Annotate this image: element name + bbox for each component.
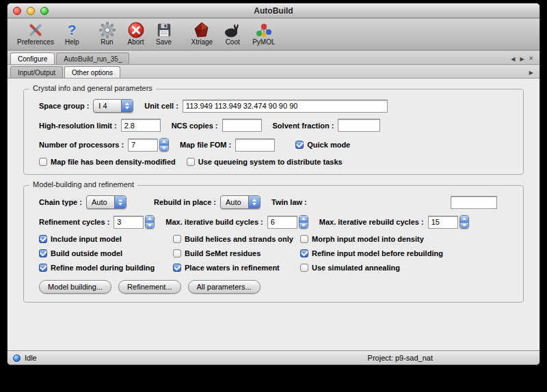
toolbar-label: Save [156,38,172,46]
stepper-up-icon[interactable] [299,216,308,223]
checkbox-label: Refine model during building [51,264,155,272]
checkbox-icon [187,158,195,166]
toolbar-label: Run [101,38,113,46]
checkbox-refine-before-rebuilding[interactable]: Refine input model before rebuilding [300,249,516,257]
checkbox-build-semet[interactable]: Build SeMet residues [173,249,300,257]
tab-scroll-right-icon[interactable]: ▶ [529,70,533,76]
solvent-fraction-label: Solvent fraction : [273,122,334,130]
checkbox-icon [300,249,308,257]
processors-input[interactable] [128,139,158,152]
toolbar: Preferences ? Help [8,18,539,51]
checkbox-simulated-annealing[interactable]: Use simulated annealing [300,264,516,272]
pymol-button[interactable]: PyMOL [247,20,280,46]
checkbox-include-input-model[interactable]: Include input model [39,235,173,243]
ncs-copies-label: NCS copies : [172,122,218,130]
all-parameters-button[interactable]: All parameters... [188,280,261,294]
run-button[interactable]: Run [93,20,122,46]
rebuild-in-place-dropdown[interactable]: Auto [220,195,261,209]
window-controls [13,7,49,15]
stepper-up-icon[interactable] [160,139,168,145]
tab-close-icon[interactable]: × [529,55,533,62]
stepper-down-icon[interactable] [299,223,308,229]
twin-law-input[interactable] [451,196,497,209]
stepper-down-icon[interactable] [460,223,468,229]
coot-bird-icon [224,20,241,39]
tab-input-output[interactable]: Input/Output [10,66,63,78]
solvent-fraction-input[interactable] [338,119,380,132]
max-build-cycles-stepper[interactable] [299,215,308,229]
tab-configure[interactable]: Configure [10,53,55,64]
title-bar[interactable]: AutoBuild [8,3,539,18]
unit-cell-input[interactable] [183,100,388,113]
ncs-copies-input[interactable] [222,119,262,132]
max-rebuild-cycles-stepper[interactable] [459,215,469,229]
form-row: Refinement cycles : Max. iterative build… [39,215,516,229]
high-res-input[interactable] [121,119,161,132]
processors-label: Number of processors : [39,141,124,149]
checkbox-icon [173,264,181,272]
checkbox-label: Refine input model before rebuilding [312,249,443,257]
checkbox-density-modified[interactable]: Map file has been density-modified [39,158,176,166]
stepper-up-icon[interactable] [460,216,468,223]
max-build-cycles-label: Max. iterative build cycles : [165,218,263,226]
preferences-button[interactable]: Preferences [12,20,59,46]
max-build-cycles-input[interactable] [267,216,297,229]
checkbox-morph-input-model[interactable]: Morph input model into density [300,235,516,243]
toolbar-label: Help [65,38,79,46]
refinement-cycles-stepper[interactable] [145,215,155,229]
form-row: Chain type : Auto Rebuild in place : Aut… [39,195,516,209]
abort-button[interactable]: Abort [122,20,150,46]
tab-other-options[interactable]: Other options [64,66,120,78]
checkbox-label: Build outside model [51,249,122,257]
xtriage-button[interactable]: Xtriage [186,20,219,46]
window-title: AutoBuild [254,6,293,16]
save-button[interactable]: Save [150,20,178,46]
toolbar-label: Coot [226,38,240,46]
rebuild-in-place-label: Rebuild in place : [154,198,216,206]
form-row: Number of processors : Map file FOM : Qu… [39,138,516,152]
coot-button[interactable]: Coot [218,20,247,46]
save-icon [156,20,172,39]
toolbar-label: Preferences [17,38,54,46]
map-fom-input[interactable] [235,139,275,152]
checkbox-icon [39,249,47,257]
checkbox-icon [39,264,47,272]
max-rebuild-cycles-label: Max. iterative rebuild cycles : [319,218,424,226]
processors-stepper[interactable] [159,138,169,152]
close-window-button[interactable] [13,7,21,15]
chain-type-dropdown[interactable]: Auto [86,195,126,209]
checkbox-icon [295,141,304,149]
tab-label: Other options [72,69,113,76]
stepper-down-icon[interactable] [146,223,154,229]
dropdown-arrows-icon [121,100,133,112]
sub-tab-bar: Input/Output Other options ▶ [8,65,539,79]
refinement-button[interactable]: Refinement... [118,280,181,294]
status-indicator-icon [13,354,21,362]
help-button[interactable]: ? Help [59,20,85,46]
dropdown-arrows-icon [248,196,260,208]
checkbox-build-outside-model[interactable]: Build outside model [39,249,173,257]
model-building-group: Model-building and refinement Chain type… [23,185,524,303]
tab-label: Configure [18,55,47,63]
zoom-window-button[interactable] [40,7,49,15]
space-group-dropdown[interactable]: I 4 [93,99,133,113]
tab-autobuild-run[interactable]: AutoBuild_run_35_ [56,53,129,64]
gear-icon [98,20,116,39]
tab-scroll-left-icon[interactable]: ◀ [511,57,515,62]
minimize-window-button[interactable] [27,7,35,15]
stepper-down-icon[interactable] [160,145,168,152]
checkbox-place-waters[interactable]: Place waters in refinement [173,264,300,272]
checkbox-label: Build helices and strands only [185,235,293,243]
model-building-button[interactable]: Model building... [39,280,111,294]
checkbox-refine-during-building[interactable]: Refine model during building [39,264,173,272]
checkbox-quick-mode[interactable]: Quick mode [295,141,350,149]
tab-label: AutoBuild_run_35_ [64,55,122,63]
refinement-cycles-input[interactable] [114,216,144,229]
checkbox-icon [39,235,47,243]
max-rebuild-cycles-input[interactable] [428,216,458,229]
checkbox-queueing-system[interactable]: Use queueing system to distribute tasks [187,158,343,166]
checkbox-build-helices-strands[interactable]: Build helices and strands only [173,235,300,243]
stepper-up-icon[interactable] [146,216,154,223]
checkbox-icon [39,158,47,166]
tab-scroll-right-icon[interactable]: ▶ [520,57,524,62]
